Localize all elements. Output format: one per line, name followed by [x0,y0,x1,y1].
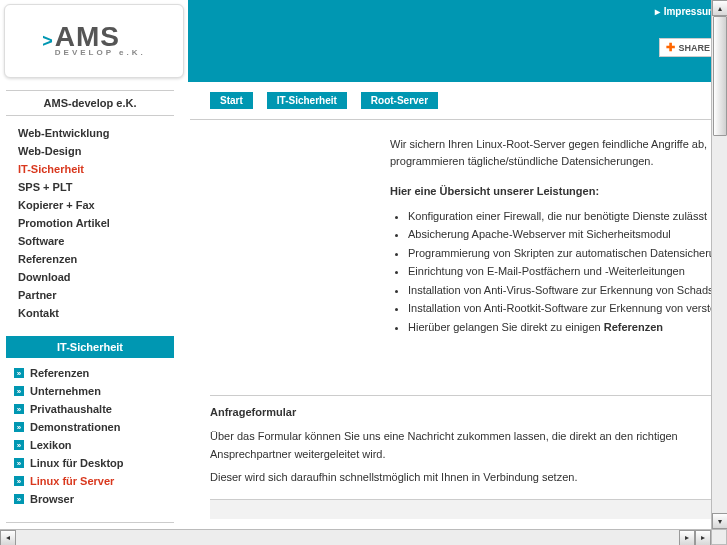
intro-paragraph: Wir sichern Ihren Linux-Root-Server gege… [390,136,727,169]
nav-item-web-entwicklung[interactable]: Web-Entwicklung [18,124,180,142]
scroll-left-button[interactable]: ◂ [0,530,16,546]
logo-main: AMS [55,26,120,48]
subnav-item-referenzen[interactable]: »Referenzen [14,364,180,382]
logo-arrow-icon: > [42,31,53,52]
logo-sub: DEVELOP e.K. [55,50,146,56]
subnav-label: Demonstrationen [30,421,120,433]
main-layout: AMS-develop e.K. Web-EntwicklungWeb-Desi… [0,82,727,529]
subnav-item-unternehmen[interactable]: »Unternehmen [14,382,180,400]
scroll-corner [711,529,727,545]
subnav-label: Browser [30,493,74,505]
nav-item-partner[interactable]: Partner [18,286,180,304]
arrow-icon: » [14,404,24,414]
subnav-label: Linux für Server [30,475,114,487]
nav-item-referenzen[interactable]: Referenzen [18,250,180,268]
subnav-item-linux-f-r-desktop[interactable]: »Linux für Desktop [14,454,180,472]
service-item: Hierüber gelangen Sie direkt zu einigen … [408,319,727,336]
nav-item-download[interactable]: Download [18,268,180,286]
vertical-scrollbar[interactable]: ▴ ▾ [711,0,727,529]
subnav-label: Referenzen [30,367,89,379]
form-p2: Dieser wird sich daraufhin schnellstmögl… [210,469,727,487]
service-item: Absicherung Apache-Webserver mit Sicherh… [408,226,727,243]
form-title: Anfrageformular [210,406,727,418]
share-button[interactable]: ✚ SHARE [659,38,717,57]
nav-item-kopierer-fax[interactable]: Kopierer + Fax [18,196,180,214]
company-title: AMS-develop e.K. [6,90,174,116]
arrow-icon: » [14,422,24,432]
arrow-icon: » [14,386,24,396]
sub-nav: »Referenzen»Unternehmen»Privathaushalte»… [0,364,180,522]
subnav-item-linux-f-r-server[interactable]: »Linux für Server [14,472,180,490]
subnav-label: Unternehmen [30,385,101,397]
share-label: SHARE [678,43,710,53]
crumb-it-sicherheit[interactable]: IT-Sicherheit [267,92,347,109]
subnav-item-privathaushalte[interactable]: »Privathaushalte [14,400,180,418]
scroll-right-button[interactable]: ▸ [679,530,695,546]
arrow-icon: » [14,494,24,504]
crumb-root-server[interactable]: Root-Server [361,92,438,109]
share-plus-icon: ✚ [666,41,675,54]
services-heading: Hier eine Übersicht unserer Leistungen: [390,183,727,200]
form-section: Anfrageformular Über das Formular können… [210,395,727,519]
sidebar: AMS-develop e.K. Web-EntwicklungWeb-Desi… [0,82,180,529]
form-box[interactable] [210,499,727,519]
breadcrumb: StartIT-SicherheitRoot-Server [190,82,727,120]
service-item: Programmierung von Skripten zur automati… [408,245,727,262]
subnav-label: Privathaushalte [30,403,112,415]
referenzen-link[interactable]: Referenzen [604,321,663,333]
service-item: Installation von Anti-Virus-Software zur… [408,282,727,299]
arrow-icon: » [14,440,24,450]
crumb-start[interactable]: Start [210,92,253,109]
scroll-down-button[interactable]: ▾ [712,513,727,529]
sidebar-subtitle: IT-Sicherheit [6,336,174,358]
subnav-label: Lexikon [30,439,72,451]
service-item: Installation von Anti-Rootkit-Software z… [408,300,727,317]
service-item: Konfiguration einer Firewall, die nur be… [408,208,727,225]
form-p1: Über das Formular können Sie uns eine Na… [210,428,727,463]
header: > AMS DEVELOP e.K. Impressum ✚ SHARE [0,0,727,82]
nav-item-sps-plt[interactable]: SPS + PLT [18,178,180,196]
logo-text: AMS DEVELOP e.K. [55,26,146,57]
services-list: Konfiguration einer Firewall, die nur be… [390,208,727,336]
subnav-item-browser[interactable]: »Browser [14,490,180,508]
nav-item-web-design[interactable]: Web-Design [18,142,180,160]
nav-item-kontakt[interactable]: Kontakt [18,304,180,322]
nav-item-software[interactable]: Software [18,232,180,250]
logo[interactable]: > AMS DEVELOP e.K. [4,4,184,78]
scroll-right-button-2[interactable]: ▸ [695,530,711,546]
arrow-icon: » [14,458,24,468]
horizontal-scrollbar[interactable]: ◂ ▸ ▸ [0,529,711,545]
content-area: StartIT-SicherheitRoot-Server Wir sicher… [180,82,727,529]
body-text: Wir sichern Ihren Linux-Root-Server gege… [190,120,727,335]
subnav-item-demonstrationen[interactable]: »Demonstrationen [14,418,180,436]
arrow-icon: » [14,368,24,378]
subnav-item-lexikon[interactable]: »Lexikon [14,436,180,454]
scroll-up-button[interactable]: ▴ [712,0,727,16]
subnav-label: Linux für Desktop [30,457,124,469]
impressum-link[interactable]: Impressum [655,6,717,17]
arrow-icon: » [14,476,24,486]
header-banner: Impressum ✚ SHARE [188,0,727,82]
nav-item-it-sicherheit[interactable]: IT-Sicherheit [18,160,180,178]
nav-item-promotion-artikel[interactable]: Promotion Artikel [18,214,180,232]
scroll-thumb-v[interactable] [713,16,727,136]
service-item: Einrichtung von E-Mail-Postfächern und -… [408,263,727,280]
main-nav: Web-EntwicklungWeb-DesignIT-SicherheitSP… [0,124,180,336]
